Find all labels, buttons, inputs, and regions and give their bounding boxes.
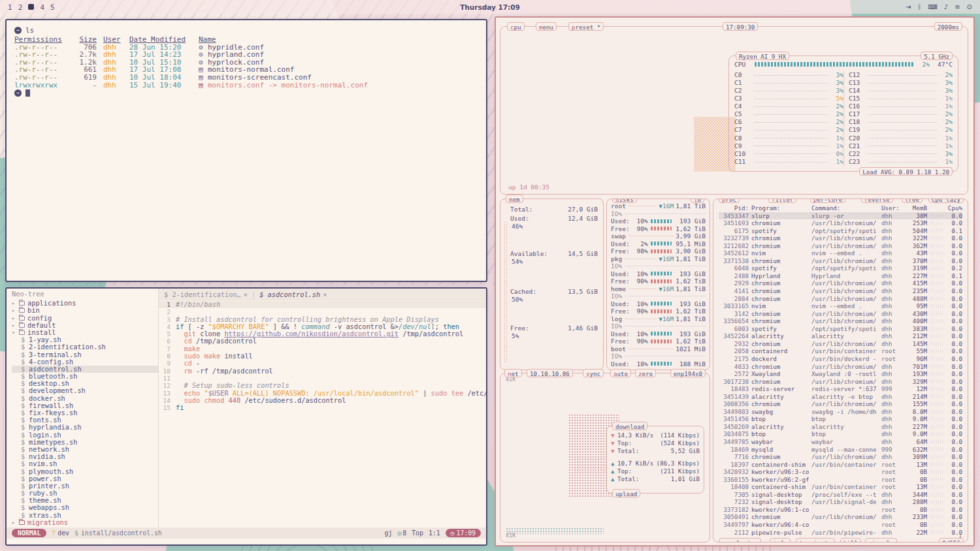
proc-tab[interactable]: proc — [719, 198, 740, 203]
line-number: 10 — [159, 368, 176, 375]
editor-tab-1[interactable]: $ asdcontrol.sh× — [259, 291, 327, 298]
process-row[interactable]: 3449785waybarwaybardhh64M0.0 — [719, 438, 962, 446]
tree-file-development.sh[interactable]: $development.sh — [12, 387, 158, 394]
process-row[interactable]: 2175dockerd/usr/bin/dockerd -root96M0.0 — [719, 355, 962, 363]
process-row[interactable]: 2932chromium/usr/lib/chromium/dhh145M0.0 — [719, 340, 962, 348]
io-tab[interactable]: io — [691, 198, 704, 203]
tree-file-webapps.sh[interactable]: $webapps.sh — [12, 504, 158, 511]
terminal-cursor[interactable] — [25, 89, 30, 97]
process-row[interactable]: 18397containerd-shim/usr/bin/containerro… — [719, 461, 962, 469]
btop-tab-cpu[interactable]: cpu — [507, 22, 525, 31]
line-number: 9 — [159, 360, 176, 367]
btop-preset-button[interactable]: preset * — [568, 22, 604, 31]
process-row[interactable]: 2929chromium/usr/lib/chromium/dhh415M0.0 — [719, 279, 962, 287]
editor-tab-0[interactable]: $ 2-identification…× — [164, 291, 248, 298]
tree-file-hyprlandia.sh[interactable]: $hyprlandia.sh — [12, 424, 158, 431]
proc-terminate-button[interactable]: terminate — [796, 538, 835, 543]
process-row[interactable]: 3453347slurpslurp -ordhh38M0.0 — [719, 212, 962, 220]
process-row[interactable]: 3450269alacrittyalacrittydhh227M0.0 — [719, 423, 962, 431]
process-row[interactable]: 3034075btopbtopdhh9.0M0.0 — [719, 430, 962, 438]
disk-entry: home▼16M1,81 TiB — [611, 285, 706, 293]
process-row[interactable]: 7305signal-desktop/proc/self/exe --tdhh3… — [719, 491, 962, 499]
net-auto-button[interactable]: auto — [610, 369, 631, 377]
btop-interval[interactable]: 2000ms — [934, 22, 962, 31]
process-row[interactable]: 3452264alacrittyalacrittydhh212M0.0 — [719, 332, 962, 340]
process-row[interactable]: 3451456btopbtopdhh9.0M0.0 — [719, 415, 962, 423]
close-icon[interactable]: × — [244, 291, 248, 298]
proc-select-hint[interactable]: ↑ select ↓ — [719, 538, 761, 543]
net-box: net 10.10.10.86 sync auto zero enp194s0 … — [500, 373, 710, 543]
network-icon[interactable]: ≋ — [955, 3, 960, 10]
process-row[interactable]: 4141chromium/usr/lib/chromium/dhh235M0.0 — [719, 287, 962, 295]
process-row[interactable]: 3142chromium/usr/lib/chromium/dhh430M0.0 — [719, 310, 962, 318]
process-row[interactable]: 2572XwaylandXwayland :0 -rootldhh193M0.0 — [719, 370, 962, 378]
process-row[interactable]: 3356654chromium/usr/lib/chromium/dhh400M… — [719, 317, 962, 325]
process-row[interactable]: 6040spotify/opt/spotify/spotidhh319M0.2 — [719, 264, 962, 272]
process-row[interactable]: 3212682chromium/usr/lib/chromium/dhh362M… — [719, 242, 962, 250]
process-row[interactable]: 3449803swaybgswaybg -i /home/dhdhh8.0M0.… — [719, 408, 962, 416]
proc-reverse-button[interactable]: reverse — [861, 198, 893, 203]
process-row[interactable]: 2488HyprlandHyprlanddhh227M0.1 — [719, 272, 962, 280]
process-row[interactable]: 3452612nvimnvim --embed .dhh43M0.0 — [719, 249, 962, 257]
process-row[interactable]: 2112pipewire-pulse/usr/bin/pipewire-dhh2… — [719, 529, 962, 537]
keyboard-icon[interactable]: ⌨ — [928, 3, 937, 10]
process-row[interactable]: 3050491chromium/usr/lib/chromium/dhh233M… — [719, 513, 962, 521]
process-row[interactable]: 3017238chromium/usr/lib/chromium/dhh329M… — [719, 378, 962, 386]
git-branch: ᛘdev — [52, 529, 69, 537]
tree-file-nvim.sh[interactable]: $nvim.sh — [12, 460, 158, 467]
line-number: 1 — [159, 301, 176, 308]
proc-kill-button[interactable]: kill — [840, 538, 861, 543]
proc-filter-button[interactable]: filter — [768, 198, 796, 203]
code-line: 10 rm -rf /tmp/asdcontrol — [159, 368, 486, 375]
screencast-icon[interactable]: ⇥ — [906, 3, 911, 10]
proc-tree-button[interactable]: tree — [902, 198, 923, 203]
process-row[interactable]: 3451439alacrittyalacritty -e btopdhh214M… — [719, 393, 962, 401]
process-row[interactable]: 3373182kworker/u96:1-coroot0B0.0 — [719, 506, 962, 514]
process-row[interactable]: 18408containerd-shim/usr/bin/containerro… — [719, 483, 962, 491]
power-icon[interactable]: ⊙ — [967, 3, 972, 10]
process-row[interactable]: 3449797kworker/u96:4-coroot0B0.0 — [719, 521, 962, 529]
code-area[interactable]: 1#!/bin/bash23# Install asdcontrol for c… — [159, 300, 486, 527]
process-row[interactable]: 4033chromium/usr/lib/chromium/dhh701M0.0 — [719, 362, 962, 370]
proc-info-button[interactable]: info — [770, 538, 791, 543]
core-row: C223% — [843, 150, 953, 157]
process-row[interactable]: 3451693chromium/usr/lib/chromium/dhh253M… — [719, 219, 962, 227]
net-stat-row: ▼14,3 KiB/s(114 Kibps) — [611, 432, 700, 439]
process-row[interactable]: 3360155kworker/u96:2-gfroot0B0.0 — [719, 476, 962, 484]
process-row[interactable]: 7232signal-desktop/usr/lib/signal-dedhh2… — [719, 498, 962, 506]
volume-icon[interactable]: ♪ — [944, 3, 948, 10]
btop-menu-button[interactable]: menu — [536, 22, 557, 31]
mem-percent: 5% — [512, 332, 519, 339]
process-row[interactable]: 3232739chromium/usr/lib/chromium/dhh322M… — [719, 234, 962, 242]
proc-percore-button[interactable]: per-core — [810, 198, 845, 203]
process-row[interactable]: 18483redis-serverredis-server *:63799912… — [719, 385, 962, 393]
proc-sort-mode[interactable]: cpu lazy — [928, 198, 964, 203]
process-row[interactable]: 3033165nvimnvim --embed .dhh95M0.0 — [719, 302, 962, 310]
process-row[interactable]: 2058containerd/usr/bin/containerroot55M0… — [719, 347, 962, 355]
mem-tab[interactable]: mem — [506, 195, 523, 203]
prompt-line-2[interactable]: → — [14, 89, 478, 97]
process-row[interactable]: 6175spotify/opt/spotify/spotidhh504M0.1 — [719, 227, 962, 235]
proc-signals-button[interactable]: signals — [865, 538, 897, 543]
net-tab[interactable]: net — [504, 369, 522, 377]
line-number: 15 — [159, 404, 176, 411]
process-row[interactable]: 6003spotify/opt/spotify/spotidhh383M0.0 — [719, 325, 962, 333]
process-row[interactable]: 7716chromium/usr/lib/chromium/dhh309M0.0 — [719, 453, 962, 461]
process-row[interactable]: 3371538chromium/usr/lib/chromium/dhh370M… — [719, 257, 962, 265]
display-icon: ▤ — [199, 74, 208, 82]
process-row[interactable]: 3420932kworker/u96:3-coroot0B0.0 — [719, 468, 962, 476]
bluetooth-icon[interactable]: ᛒ — [917, 3, 921, 10]
disks-tab[interactable]: disks — [612, 198, 637, 203]
process-row[interactable]: 3008356chromium/usr/lib/chromium/dhh155M… — [719, 400, 962, 408]
topbar-clock: Thursday 17:09 — [0, 3, 980, 11]
tree-dir-migrations[interactable]: ▸migrations — [12, 519, 158, 526]
status-file: $install/asdcontrol.sh — [74, 529, 162, 537]
tree-dir-bin[interactable]: ▸bin — [12, 307, 158, 314]
process-row[interactable]: 18469mysqldmysqld --max-conne999632M0.0 — [719, 446, 962, 454]
net-sync-button[interactable]: sync — [583, 369, 604, 377]
net-zero-button[interactable]: zero — [635, 369, 656, 377]
process-row[interactable]: 2884chromium/usr/lib/chromium/dhh488M0.0 — [719, 295, 962, 303]
core-row: C100% — [734, 150, 843, 157]
tree-file-2-identification.sh[interactable]: $2-identification.sh — [12, 343, 158, 351]
close-icon[interactable]: × — [323, 291, 327, 298]
